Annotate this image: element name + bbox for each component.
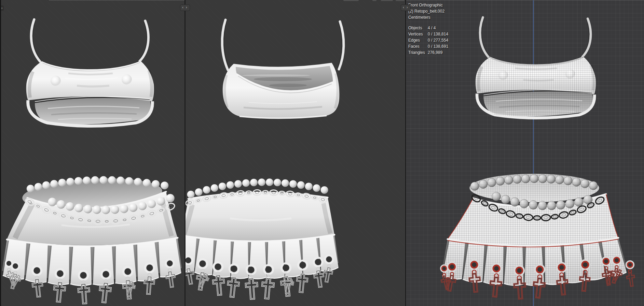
pearl-bead [48,198,56,206]
pearl-wire [521,175,530,183]
cross-charm [227,277,239,297]
cloth-bump [122,74,132,85]
pearl-bead [321,186,328,194]
pearl-wire [513,175,521,184]
eyelet-hole [248,266,254,273]
stat-row: Objects4 / 4 [408,25,448,31]
eyelet-hole [33,267,40,274]
pearl-bead [50,180,58,188]
pleat-face [249,241,266,279]
belt-skirt-object-front[interactable] [2,175,182,304]
eyelet-hole [124,268,131,275]
belt-skirt-object-wireframe[interactable] [440,174,635,299]
strap-left [31,19,40,61]
window-left-edge [0,0,1,306]
eyelet-hole [231,265,237,272]
pearl-bead [101,206,110,214]
hang-ring [629,270,631,273]
eyelet-hole [102,271,109,277]
pearl-bead [305,183,313,190]
pearl-wire [505,176,513,184]
top-wire-overlay [475,17,596,117]
eyelet-hole [186,257,191,263]
pearl-wire [547,175,556,183]
crop-top-object-wireframe[interactable] [475,17,596,118]
pearl-bead [99,176,107,184]
pearl-wire [529,201,538,209]
pearl-bead [211,184,218,192]
pearl-bead [27,185,35,193]
path [583,19,591,57]
cross-charm [261,278,274,299]
pearl-bead [66,178,74,186]
pearl-wire [538,174,547,183]
pearl-bead [138,202,147,210]
pearl-bead [108,176,116,184]
pleat-face [93,246,114,285]
pearl-bead [125,177,133,185]
belt-skirt-object-back[interactable] [186,178,339,299]
eyelet-hole [6,261,11,266]
stat-row: Edges0 / 277,554 [408,37,448,43]
crop-top-object-back[interactable] [222,20,344,118]
pearl-wire [520,199,529,208]
pearl-bead [227,181,234,189]
viewport-render-front[interactable] [0,0,184,306]
pearl-bead [234,180,242,188]
pearl-wire [501,195,510,204]
pearl-bead [57,200,65,209]
pearl-bead [83,205,92,213]
pearl-bead [156,197,165,205]
pearl-bead [250,179,258,186]
pearl-wire [547,201,556,210]
cloth-bump [51,76,61,86]
viewport-wireframe-front[interactable]: Front Orthographic (2) Retopo_belt.002 C… [406,0,644,306]
eyelet-hole [146,264,153,271]
pearl-bead [289,180,297,188]
cross-charm [213,275,225,295]
pearl-bead [203,186,210,194]
pearl-bead [297,181,305,189]
pearl-bead [74,177,82,185]
eyelet-hole [265,266,272,273]
cross-charm [626,272,636,287]
pearl-bead [120,205,128,213]
path [77,86,109,87]
pearl-bead [129,203,137,212]
cross-charm [245,278,258,299]
pearl-bead [42,181,50,189]
top-bodice [26,61,154,101]
cross-charm [78,284,90,304]
pearl-wire [510,198,519,206]
pearl-wire [572,178,581,186]
ellipse [254,77,312,81]
pearl-bead [147,200,156,208]
viewport-stats-overlay: Front Orthographic (2) Retopo_belt.002 C… [408,2,448,56]
top-interior [35,98,151,125]
crop-top-object-front[interactable] [26,19,154,126]
panel-resize-handle-icon[interactable]: ‹ › [180,4,190,11]
header-widget-sliver [396,0,405,1]
viewport-divider[interactable] [184,0,186,306]
pearl-bead [187,191,195,198]
ellipse [242,74,310,76]
skirt-body [186,192,334,241]
pearl-wire [530,174,538,183]
pearl-bead [134,178,142,186]
pearl-bead [111,205,119,214]
pearl-bead [258,178,265,186]
viewport-divider[interactable] [405,0,406,306]
pearl-bead [152,180,160,188]
pearl-bead [195,188,203,196]
viewport-render-back[interactable] [186,0,405,306]
pearl-bead [161,181,168,189]
panel-resize-handle-icon[interactable]: ‹ › [401,4,411,11]
pearl-wire [565,199,574,208]
strap-right [140,21,148,61]
pearl-bead [66,202,74,211]
pearl-bead [35,183,42,191]
pearl-bead [266,178,273,186]
pearl-wire [492,192,501,201]
blender-multi-viewport: Front Orthographic (2) Retopo_belt.002 C… [0,0,644,306]
pearl-bead [282,179,289,187]
